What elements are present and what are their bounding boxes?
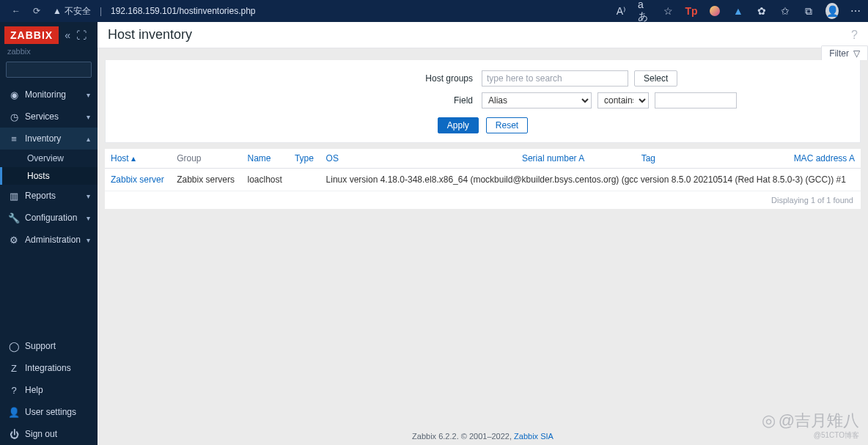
page-footer: Zabbix 6.2.2. © 2001–2022, Zabbix SIA bbox=[98, 432, 868, 441]
col-tag[interactable]: Tag bbox=[590, 149, 661, 169]
cell-os: Linux version 4.18.0-348.el8.x86_64 (moc… bbox=[320, 169, 861, 191]
value-input[interactable] bbox=[655, 92, 737, 109]
cell-group: Zabbix servers bbox=[171, 169, 241, 191]
url-text[interactable]: 192.168.159.101/hostinventories.php bbox=[111, 6, 256, 16]
sidebar-item-integrations[interactable]: Z Integrations bbox=[0, 357, 98, 379]
cell-name: loaclhost bbox=[241, 169, 288, 191]
sidebar-item-inventory[interactable]: ≡ Inventory ▴ bbox=[0, 128, 98, 150]
col-name[interactable]: Name bbox=[241, 149, 288, 169]
more-icon[interactable]: ⋯ bbox=[849, 4, 862, 18]
sidebar-item-administration[interactable]: ⚙ Administration ▾ bbox=[0, 229, 98, 251]
chevron-down-icon: ▾ bbox=[87, 113, 90, 121]
sidebar-item-label: Support bbox=[25, 341, 90, 351]
sidebar-item-label: Help bbox=[25, 385, 90, 395]
wrench-icon: 🔧 bbox=[7, 213, 21, 224]
help-icon[interactable]: ? bbox=[851, 29, 858, 42]
sidebar-sub-hosts[interactable]: Hosts bbox=[0, 167, 98, 185]
cell-type bbox=[289, 169, 320, 191]
collections-icon[interactable]: ⧉ bbox=[802, 4, 815, 18]
sidebar-item-user-settings[interactable]: 👤 User settings bbox=[0, 401, 98, 423]
chevron-down-icon: ▾ bbox=[87, 91, 90, 99]
sidebar-item-monitoring[interactable]: ◉ Monitoring ▾ bbox=[0, 84, 98, 106]
filter-icon: ▽ bbox=[853, 48, 860, 59]
insecure-label: 不安全 bbox=[65, 5, 91, 18]
sidebar-item-signout[interactable]: ⏻ Sign out bbox=[0, 423, 98, 445]
sidebar-item-label: User settings bbox=[25, 407, 90, 417]
hostgroups-label: Host groups bbox=[106, 73, 476, 84]
favorites-bar-icon[interactable]: ✩ bbox=[779, 4, 792, 18]
col-serial[interactable]: Serial number A bbox=[387, 149, 590, 169]
field-select[interactable]: Alias bbox=[482, 92, 592, 109]
tenant-name[interactable]: zabbix bbox=[0, 47, 98, 59]
comparator-select[interactable]: contains bbox=[597, 92, 649, 109]
chevron-down-icon: ▾ bbox=[87, 214, 90, 222]
sidebar-sub-overview[interactable]: Overview bbox=[0, 150, 98, 167]
favorite-icon[interactable]: ☆ bbox=[661, 4, 674, 18]
filter-tab-label: Filter bbox=[829, 48, 849, 59]
chevron-up-icon: ▴ bbox=[87, 135, 90, 143]
host-link[interactable]: Zabbix server bbox=[111, 174, 164, 185]
user-icon: 👤 bbox=[7, 407, 21, 418]
sidebar-item-configuration[interactable]: 🔧 Configuration ▾ bbox=[0, 207, 98, 229]
z-icon: Z bbox=[7, 363, 21, 374]
question-icon: ? bbox=[7, 385, 21, 396]
sidebar-item-reports[interactable]: ▥ Reports ▾ bbox=[0, 185, 98, 207]
logo[interactable]: ZABBIX bbox=[4, 26, 59, 44]
table-row: Zabbix server Zabbix servers loaclhost L… bbox=[105, 169, 861, 191]
sidebar-item-label: Inventory bbox=[25, 133, 87, 144]
reset-button[interactable]: Reset bbox=[486, 117, 528, 133]
sidebar-item-label: Sign out bbox=[25, 429, 90, 439]
chart-icon: ▥ bbox=[7, 191, 21, 202]
read-aloud-icon[interactable]: A⁾ bbox=[614, 4, 628, 18]
extension-icon[interactable]: ✿ bbox=[755, 4, 768, 18]
apply-button[interactable]: Apply bbox=[438, 117, 479, 133]
watermark: ◎@吉月雉八 @51CTO博客 bbox=[762, 410, 859, 432]
sidebar-item-services[interactable]: ◷ Services ▾ bbox=[0, 106, 98, 128]
expand-icon[interactable]: ⛶ bbox=[76, 29, 87, 41]
list-icon: ≡ bbox=[7, 133, 21, 144]
profile-avatar[interactable]: 👤 bbox=[825, 4, 839, 18]
sidebar-item-label: Integrations bbox=[25, 363, 90, 373]
field-label: Field bbox=[106, 95, 476, 106]
sidebar-item-help[interactable]: ? Help bbox=[0, 379, 98, 401]
sidebar-item-label: Reports bbox=[25, 191, 87, 201]
tp-icon[interactable]: Tp bbox=[685, 4, 698, 18]
translate-icon[interactable]: aあ bbox=[638, 4, 651, 18]
sidebar-item-label: Monitoring bbox=[25, 89, 87, 100]
refresh-button[interactable]: ⟳ bbox=[26, 1, 47, 21]
sidebar-sub-label: Overview bbox=[27, 153, 64, 163]
select-button[interactable]: Select bbox=[634, 70, 677, 87]
power-icon: ⏻ bbox=[7, 429, 21, 440]
orb-icon[interactable] bbox=[708, 4, 721, 18]
page-title: Host inventory bbox=[108, 27, 192, 43]
filter-panel: Host groups Select Field Alias contains … bbox=[105, 60, 861, 143]
chevron-down-icon: ▾ bbox=[87, 192, 90, 200]
col-type[interactable]: Type bbox=[289, 149, 320, 169]
inventory-table: Host ▴ Group Name Type OS Serial number … bbox=[105, 149, 861, 209]
col-group: Group bbox=[171, 149, 241, 169]
filter-tab[interactable]: Filter ▽ bbox=[821, 45, 868, 60]
gear-icon: ⚙ bbox=[7, 235, 21, 246]
triangle-icon[interactable]: ▲ bbox=[732, 4, 745, 18]
eye-icon: ◉ bbox=[7, 89, 21, 100]
headset-icon: ◯ bbox=[7, 341, 21, 352]
zabbix-sia-link[interactable]: Zabbix SIA bbox=[514, 432, 553, 441]
col-os[interactable]: OS bbox=[320, 149, 387, 169]
table-footer: Displaying 1 of 1 found bbox=[105, 191, 861, 209]
sidebar-search[interactable]: 🔍 bbox=[6, 62, 92, 78]
collapse-icon[interactable]: « bbox=[65, 29, 70, 41]
sidebar-item-label: Configuration bbox=[25, 213, 87, 223]
sort-asc-icon: ▴ bbox=[131, 153, 136, 163]
chevron-down-icon: ▾ bbox=[87, 236, 90, 244]
col-mac[interactable]: MAC address A bbox=[661, 149, 861, 169]
sidebar-item-label: Services bbox=[25, 111, 87, 122]
col-host[interactable]: Host ▴ bbox=[105, 149, 171, 169]
back-button[interactable]: ← bbox=[6, 1, 26, 21]
sidebar: ZABBIX « ⛶ zabbix 🔍 ◉ Monitoring ▾ ◷ Ser… bbox=[0, 22, 98, 445]
sidebar-item-label: Administration bbox=[25, 235, 87, 245]
clock-icon: ◷ bbox=[7, 111, 21, 122]
insecure-badge[interactable]: ▲ 不安全 bbox=[53, 5, 91, 18]
sidebar-sub-label: Hosts bbox=[27, 171, 50, 181]
hostgroups-input[interactable] bbox=[482, 70, 628, 87]
sidebar-item-support[interactable]: ◯ Support bbox=[0, 335, 98, 357]
